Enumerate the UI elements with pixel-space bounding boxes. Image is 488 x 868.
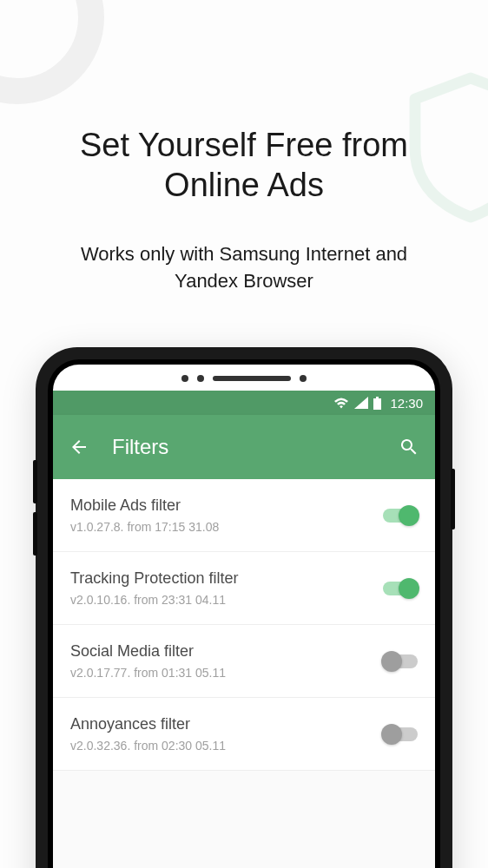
filter-title: Mobile Ads filter — [70, 496, 373, 515]
filter-title: Tracking Protection filter — [70, 569, 373, 588]
phone-mockup: 12:30 Filters Mobile Ads filter v1.0.27.… — [36, 347, 452, 868]
list-item[interactable]: Social Media filter v2.0.17.77. from 01:… — [53, 625, 435, 698]
filter-subtitle: v2.0.17.77. from 01:31 05.11 — [70, 666, 373, 680]
search-icon — [399, 437, 419, 457]
wifi-icon — [333, 397, 349, 409]
list-item[interactable]: Tracking Protection filter v2.0.10.16. f… — [53, 552, 435, 625]
filter-subtitle: v1.0.27.8. from 17:15 31.08 — [70, 520, 373, 534]
filter-subtitle: v2.0.32.36. from 02:30 05.11 — [70, 739, 373, 753]
status-bar: 12:30 — [53, 391, 435, 415]
phone-volume-down-button — [33, 512, 37, 556]
app-bar: Filters — [53, 415, 435, 479]
battery-icon — [373, 397, 381, 410]
cellular-signal-icon — [354, 397, 368, 409]
promo-headline: Set Yourself Free from Online Ads — [0, 126, 488, 205]
phone-sensors — [53, 365, 435, 391]
filter-list[interactable]: Mobile Ads filter v1.0.27.8. from 17:15 … — [53, 479, 435, 868]
decorative-ring — [0, 0, 104, 104]
filter-toggle[interactable] — [383, 582, 418, 595]
svg-rect-0 — [373, 398, 381, 410]
filter-toggle[interactable] — [383, 727, 418, 741]
promo-subheadline: Works only with Samsung Internet and Yan… — [0, 241, 488, 295]
phone-volume-up-button — [33, 460, 37, 503]
app-bar-title: Filters — [112, 435, 376, 459]
filter-title: Annoyances filter — [70, 715, 373, 733]
filter-toggle[interactable] — [383, 509, 418, 523]
svg-rect-1 — [376, 397, 379, 398]
list-item[interactable]: Annoyances filter v2.0.32.36. from 02:30… — [53, 698, 435, 771]
filter-toggle[interactable] — [383, 654, 418, 668]
status-time: 12:30 — [390, 396, 423, 411]
list-item[interactable]: Mobile Ads filter v1.0.27.8. from 17:15 … — [53, 479, 435, 552]
filter-title: Social Media filter — [70, 642, 373, 661]
back-button[interactable] — [69, 437, 89, 457]
arrow-left-icon — [69, 437, 89, 457]
phone-power-button — [451, 469, 455, 529]
filter-subtitle: v2.0.10.16. from 23:31 04.11 — [70, 593, 373, 607]
search-button[interactable] — [399, 437, 419, 457]
